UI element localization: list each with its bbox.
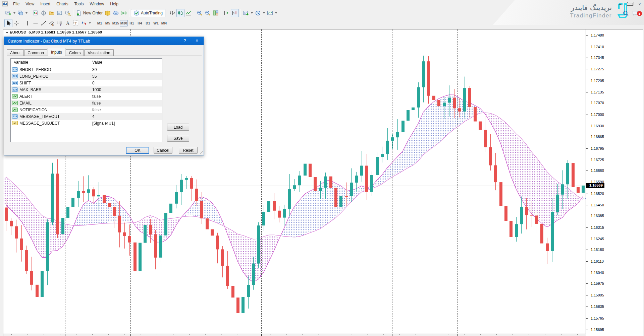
- param-row-notification[interactable]: NOTIFICATIONfalse: [11, 107, 162, 113]
- auto-scroll-icon: [224, 10, 230, 16]
- arrow-shapes-button[interactable]: [80, 19, 92, 27]
- close-icon[interactable]: ×: [194, 38, 200, 43]
- restore-button[interactable]: [627, 2, 633, 7]
- param-value[interactable]: 30: [92, 67, 97, 72]
- timeframe-h4[interactable]: H4: [136, 20, 144, 26]
- price-axis[interactable]: 1.174801.174101.173451.172751.172051.171…: [586, 29, 643, 334]
- timeframe-m30[interactable]: M30: [120, 20, 128, 26]
- tile-windows-button[interactable]: [212, 9, 220, 17]
- param-row-alert[interactable]: ALERTfalse: [11, 93, 162, 100]
- vertical-line-button[interactable]: [23, 19, 32, 27]
- help-button[interactable]: ?: [182, 38, 187, 43]
- tab-inputs[interactable]: Inputs: [48, 48, 65, 56]
- save-button[interactable]: Save: [167, 135, 189, 142]
- trendline-button[interactable]: [40, 19, 48, 27]
- param-row-message_subject[interactable]: abMESSAGE_SUBJECT[Signaler #1]: [11, 120, 162, 127]
- chat-icon[interactable]: 1: [632, 10, 639, 16]
- tab-colors[interactable]: Colors: [66, 49, 84, 56]
- dropdown-arrow-icon[interactable]: [25, 12, 28, 14]
- signals-button[interactable]: [120, 9, 128, 17]
- close-button[interactable]: ×: [637, 2, 643, 7]
- metaeditor-button[interactable]: [104, 9, 112, 17]
- param-row-short_period[interactable]: 123SHORT_PERIOD30: [11, 66, 162, 73]
- param-value[interactable]: 4: [92, 114, 95, 119]
- param-value[interactable]: 1000: [92, 87, 101, 92]
- menu-file[interactable]: File: [10, 1, 22, 7]
- tab-visualization[interactable]: Visualization: [84, 49, 113, 56]
- param-row-shift[interactable]: 123SHIFT0: [11, 80, 162, 86]
- svg-text:A: A: [66, 21, 70, 26]
- timeframe-m5[interactable]: M5: [104, 20, 112, 26]
- dropdown-arrow-icon[interactable]: [275, 12, 277, 14]
- cursor-button[interactable]: [4, 19, 12, 27]
- crosshair-button[interactable]: [12, 19, 20, 27]
- search-icon[interactable]: [623, 10, 629, 16]
- ok-button[interactable]: OK: [126, 147, 149, 154]
- param-value[interactable]: 0: [92, 81, 95, 85]
- param-row-email[interactable]: EMAILfalse: [11, 100, 162, 107]
- menu-help[interactable]: Help: [107, 1, 121, 7]
- tab-common[interactable]: Common: [24, 49, 47, 56]
- timeframe-w1[interactable]: W1: [152, 20, 160, 26]
- auto-scroll-button[interactable]: [223, 9, 231, 17]
- new-order-button[interactable]: New Order: [75, 9, 104, 17]
- periods-button[interactable]: [254, 9, 266, 17]
- param-row-max_bars[interactable]: 123MAX_BARS1000: [11, 86, 162, 93]
- navigator-button[interactable]: [48, 9, 56, 17]
- line-chart-button[interactable]: [184, 9, 193, 17]
- axis-tick: [586, 283, 588, 284]
- load-button[interactable]: Load: [167, 124, 189, 131]
- timeframe-mn[interactable]: MN: [160, 20, 168, 26]
- market-watch-button[interactable]: [32, 9, 40, 17]
- param-value[interactable]: false: [92, 101, 101, 106]
- dropdown-arrow-icon[interactable]: [263, 12, 265, 14]
- chart-profiles-button[interactable]: [16, 9, 29, 17]
- param-row-message_timeout[interactable]: 123MESSAGE_TIMEOUT4: [11, 113, 162, 120]
- param-value[interactable]: [Signaler #1]: [92, 121, 115, 126]
- menu-window[interactable]: Window: [87, 1, 107, 7]
- fibonacci-button[interactable]: F: [56, 19, 64, 27]
- new-chart-icon: [5, 10, 11, 16]
- dropdown-arrow-icon[interactable]: [13, 12, 15, 14]
- dialog-title-bar[interactable]: Custom Indicator - Dat Cloud MT4 by TFLa…: [4, 37, 204, 45]
- data-window-button[interactable]: [40, 9, 48, 17]
- candle-chart-button[interactable]: [176, 9, 184, 17]
- text-label-button[interactable]: T: [72, 19, 80, 27]
- menu-charts[interactable]: Charts: [53, 1, 71, 7]
- templates-button[interactable]: [266, 9, 278, 17]
- strategy-tester-button[interactable]: [64, 9, 72, 17]
- reset-button[interactable]: Reset: [179, 147, 198, 154]
- equidistant-channel-button[interactable]: E: [48, 19, 56, 27]
- param-value[interactable]: false: [92, 108, 101, 112]
- param-value[interactable]: 55: [92, 74, 97, 79]
- horizontal-line-button[interactable]: [32, 19, 40, 27]
- indicators-list-button[interactable]: [242, 9, 254, 17]
- timeframe-h1[interactable]: H1: [128, 20, 136, 26]
- new-chart-button[interactable]: [4, 9, 16, 17]
- timeframe-d1[interactable]: D1: [144, 20, 152, 26]
- timeframe-m1[interactable]: M1: [96, 20, 104, 26]
- menu-tools[interactable]: Tools: [71, 1, 87, 7]
- cancel-button[interactable]: Cancel: [154, 147, 172, 154]
- brand-name-en: TradingFinder: [570, 12, 612, 19]
- notification-badge: 1: [637, 11, 642, 16]
- tab-about[interactable]: About: [7, 49, 24, 56]
- menu-insert[interactable]: Insert: [37, 1, 53, 7]
- param-row-long_period[interactable]: 123LONG_PERIOD55: [11, 73, 162, 80]
- timeframe-m15[interactable]: M15: [112, 20, 120, 26]
- dropdown-arrow-icon[interactable]: [251, 12, 253, 14]
- market-button[interactable]: [112, 9, 120, 17]
- resize-grip[interactable]: [200, 151, 203, 154]
- chart-shift-button[interactable]: [231, 9, 239, 17]
- menu-view[interactable]: View: [22, 1, 37, 7]
- dialog-title: Custom Indicator - Dat Cloud MT4 by TFLa…: [8, 39, 90, 44]
- minimize-button[interactable]: –: [617, 2, 623, 7]
- terminal-button[interactable]: [56, 9, 64, 17]
- text-button[interactable]: A: [64, 19, 72, 27]
- dropdown-arrow-icon[interactable]: [89, 22, 91, 24]
- autotrading-button[interactable]: AutoTrading: [131, 9, 165, 17]
- zoom-out-button[interactable]: [204, 9, 212, 17]
- zoom-in-button[interactable]: [196, 9, 204, 17]
- bar-chart-button[interactable]: [168, 9, 176, 17]
- param-value[interactable]: false: [92, 94, 101, 99]
